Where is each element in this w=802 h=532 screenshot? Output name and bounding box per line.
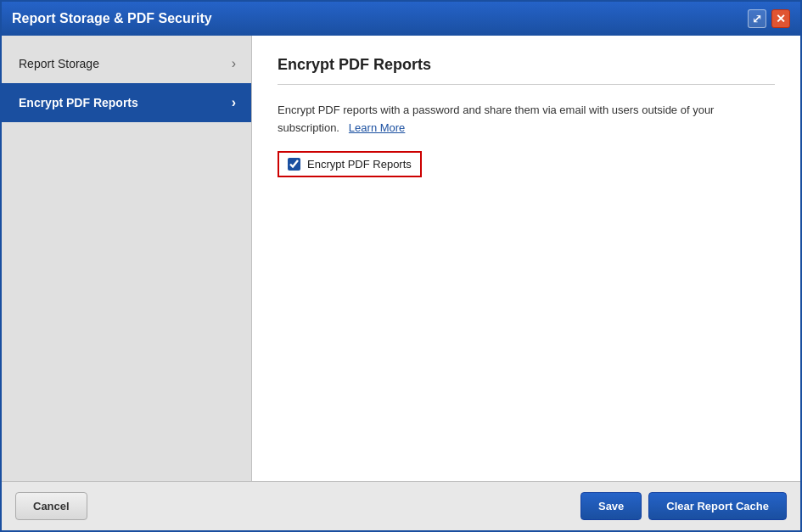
footer-right: Save Clear Report Cache: [580, 492, 787, 520]
sidebar-item-label-active: Encrypt PDF Reports: [19, 96, 138, 109]
encrypt-checkbox-label[interactable]: Encrypt PDF Reports: [307, 158, 412, 171]
content-title: Encrypt PDF Reports: [278, 56, 775, 74]
content-description: Encrypt PDF reports with a password and …: [278, 102, 775, 137]
sidebar: Report Storage › Encrypt PDF Reports ›: [2, 36, 252, 481]
chevron-right-icon-active: ›: [232, 95, 236, 110]
encrypt-checkbox[interactable]: [288, 158, 300, 171]
content-area: Encrypt PDF Reports Encrypt PDF reports …: [252, 36, 800, 481]
title-bar-left: Report Storage & PDF Security: [12, 11, 212, 26]
learn-more-link[interactable]: Learn More: [349, 121, 405, 134]
title-bar-controls: ⤢ ✕: [748, 9, 790, 28]
sidebar-item-label: Report Storage: [19, 57, 99, 70]
dialog-body: Report Storage › Encrypt PDF Reports › E…: [2, 36, 800, 481]
encrypt-checkbox-row: Encrypt PDF Reports: [278, 151, 422, 177]
expand-button[interactable]: ⤢: [748, 9, 766, 28]
cancel-button[interactable]: Cancel: [15, 492, 87, 520]
sidebar-item-report-storage[interactable]: Report Storage ›: [2, 44, 251, 83]
title-bar: Report Storage & PDF Security ⤢ ✕: [2, 2, 800, 36]
dialog-title: Report Storage & PDF Security: [12, 11, 212, 26]
close-button[interactable]: ✕: [771, 9, 790, 28]
clear-report-cache-button[interactable]: Clear Report Cache: [648, 492, 787, 520]
dialog-container: Report Storage & PDF Security ⤢ ✕ Report…: [0, 0, 802, 532]
sidebar-item-encrypt-pdf[interactable]: Encrypt PDF Reports ›: [2, 83, 251, 122]
footer: Cancel Save Clear Report Cache: [2, 481, 800, 530]
chevron-right-icon: ›: [232, 56, 236, 71]
footer-left: Cancel: [15, 492, 87, 520]
content-divider: [278, 84, 775, 85]
save-button[interactable]: Save: [580, 492, 642, 520]
